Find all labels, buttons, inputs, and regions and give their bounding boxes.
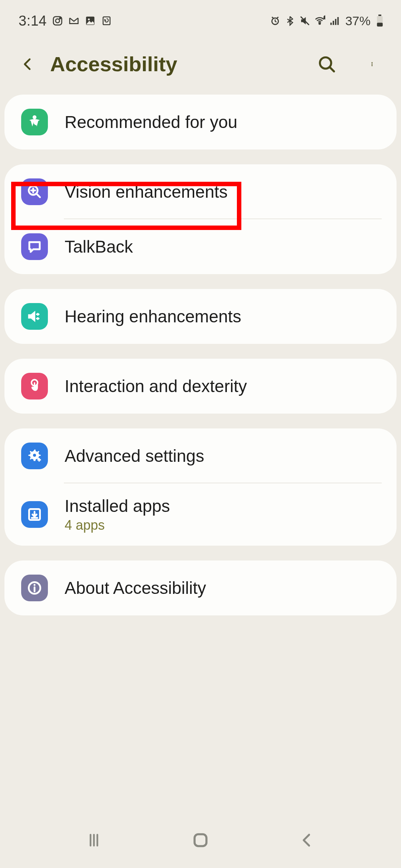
row-text: Installed apps 4 apps bbox=[65, 496, 170, 533]
card-vision: Vision enhancements TalkBack bbox=[4, 164, 397, 274]
svg-rect-14 bbox=[378, 14, 381, 16]
download-box-icon bbox=[21, 501, 48, 528]
row-label: Vision enhancements bbox=[65, 182, 228, 202]
svg-point-32 bbox=[33, 454, 36, 457]
row-label: Recommended for you bbox=[65, 112, 237, 132]
status-right: 6 37% bbox=[270, 14, 385, 28]
row-text: Advanced settings bbox=[65, 446, 204, 466]
row-advanced-settings[interactable]: Advanced settings bbox=[4, 428, 397, 483]
row-label: About Accessibility bbox=[65, 578, 206, 598]
row-label: Hearing enhancements bbox=[65, 306, 241, 326]
svg-line-18 bbox=[330, 67, 334, 71]
svg-point-22 bbox=[33, 115, 36, 119]
svg-point-1 bbox=[56, 19, 60, 23]
gear-plus-icon bbox=[21, 443, 48, 469]
back-nav-button[interactable] bbox=[296, 829, 318, 851]
status-bar: 3:14 6 37% bbox=[0, 0, 401, 33]
bluetooth-icon bbox=[284, 15, 296, 26]
row-installed-apps[interactable]: Installed apps 4 apps bbox=[4, 483, 397, 546]
svg-line-24 bbox=[37, 194, 40, 197]
svg-rect-11 bbox=[333, 21, 334, 25]
svg-text:6: 6 bbox=[324, 16, 325, 20]
card-interaction: Interaction and dexterity bbox=[4, 359, 397, 414]
row-vision-enhancements[interactable]: Vision enhancements bbox=[4, 164, 397, 219]
row-hearing-enhancements[interactable]: Hearing enhancements bbox=[4, 289, 397, 344]
status-left: 3:14 bbox=[19, 13, 112, 29]
battery-icon bbox=[374, 15, 385, 26]
more-options-button[interactable] bbox=[363, 54, 383, 74]
row-text: Recommended for you bbox=[65, 112, 237, 132]
back-button[interactable] bbox=[20, 57, 35, 72]
volume-adjust-icon bbox=[21, 303, 48, 330]
svg-rect-5 bbox=[103, 17, 110, 25]
svg-point-4 bbox=[88, 19, 90, 20]
home-button[interactable] bbox=[189, 829, 212, 851]
gmail-icon bbox=[68, 15, 79, 26]
magnify-plus-icon bbox=[21, 178, 48, 205]
signal-icon bbox=[329, 15, 340, 26]
info-icon bbox=[21, 575, 48, 601]
alarm-icon bbox=[270, 15, 281, 26]
row-text: Hearing enhancements bbox=[65, 306, 241, 326]
speech-bubble-icon bbox=[21, 233, 48, 260]
card-hearing: Hearing enhancements bbox=[4, 289, 397, 344]
header: Accessibility bbox=[0, 33, 401, 95]
svg-point-19 bbox=[371, 62, 372, 63]
svg-rect-16 bbox=[377, 23, 382, 26]
row-text: TalkBack bbox=[65, 237, 133, 257]
svg-rect-10 bbox=[330, 23, 332, 25]
update-icon bbox=[101, 15, 112, 26]
svg-rect-29 bbox=[36, 313, 40, 315]
svg-point-21 bbox=[371, 65, 372, 66]
svg-rect-30 bbox=[36, 318, 40, 319]
svg-rect-43 bbox=[195, 834, 206, 846]
row-label: Advanced settings bbox=[65, 446, 204, 466]
row-about-accessibility[interactable]: About Accessibility bbox=[4, 560, 397, 615]
wifi-icon: 6 bbox=[314, 15, 325, 26]
svg-point-39 bbox=[33, 584, 35, 586]
row-label: Interaction and dexterity bbox=[65, 376, 247, 396]
row-sublabel: 4 apps bbox=[65, 517, 170, 533]
svg-rect-13 bbox=[337, 17, 339, 25]
system-nav-bar bbox=[0, 820, 401, 868]
svg-point-20 bbox=[371, 63, 372, 65]
touch-icon bbox=[21, 373, 48, 400]
row-text: About Accessibility bbox=[65, 578, 206, 598]
row-recommended[interactable]: Recommended for you bbox=[4, 95, 397, 149]
recent-apps-button[interactable] bbox=[83, 829, 105, 851]
card-about: About Accessibility bbox=[4, 560, 397, 615]
person-heart-icon bbox=[21, 109, 48, 135]
row-text: Vision enhancements bbox=[65, 182, 228, 202]
mute-icon bbox=[299, 15, 310, 26]
status-time: 3:14 bbox=[19, 13, 47, 29]
card-advanced: Advanced settings Installed apps 4 apps bbox=[4, 428, 397, 546]
svg-rect-12 bbox=[335, 19, 336, 25]
row-label: Installed apps bbox=[65, 496, 170, 516]
row-talkback[interactable]: TalkBack bbox=[4, 219, 397, 274]
battery-percent: 37% bbox=[345, 14, 371, 28]
search-button[interactable] bbox=[316, 54, 337, 74]
svg-point-2 bbox=[59, 18, 61, 19]
photos-icon bbox=[85, 15, 96, 26]
page-title: Accessibility bbox=[50, 52, 290, 76]
instagram-icon bbox=[52, 15, 63, 26]
row-text: Interaction and dexterity bbox=[65, 376, 247, 396]
row-label: TalkBack bbox=[65, 237, 133, 257]
card-recommended: Recommended for you bbox=[4, 95, 397, 149]
svg-point-8 bbox=[319, 23, 320, 24]
row-interaction-dexterity[interactable]: Interaction and dexterity bbox=[4, 359, 397, 414]
